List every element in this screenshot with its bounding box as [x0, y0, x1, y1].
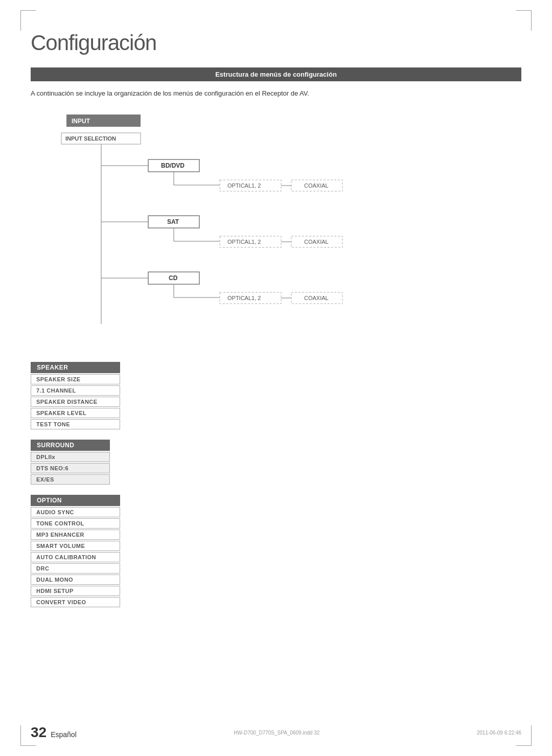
hdmi-setup-item: HDMI SETUP	[31, 586, 120, 596]
corner-right-v	[531, 10, 532, 31]
channel-item: 7.1 CHANNEL	[31, 385, 120, 396]
option-header: OPTION	[31, 495, 120, 506]
tree-svg: INPUT INPUT SELECTION BD/DVD OPTICAL1, 2	[31, 109, 419, 380]
convert-video-item: CONVERT VIDEO	[31, 597, 120, 607]
footer-file: HW-D700_D770S_SPA_0609.indd 32	[234, 730, 319, 736]
page-language: Español	[51, 730, 77, 739]
footer-date: 2011-06-09 6:22:46	[477, 730, 521, 736]
speaker-level-item: SPEAKER LEVEL	[31, 408, 120, 418]
input-selection-label: INPUT SELECTION	[65, 135, 116, 142]
page-number-block: 32 Español	[31, 724, 77, 741]
corner-bottom-left-h	[20, 745, 36, 746]
surround-header: SURROUND	[31, 440, 110, 451]
corner-top-right	[516, 10, 532, 11]
dpliix-item: DPLIIx	[31, 452, 110, 462]
sat-coaxial-label: COAXIAL	[304, 239, 329, 245]
bddvd-label: BD/DVD	[161, 162, 185, 169]
speaker-distance-item: SPEAKER DISTANCE	[31, 397, 120, 407]
corner-top-left	[20, 10, 36, 11]
intro-text: A continuación se incluye la organizació…	[31, 89, 521, 97]
dual-mono-item: DUAL MONO	[31, 575, 120, 585]
bddvd-optical-label: OPTICAL1, 2	[227, 182, 261, 189]
sat-optical-label: OPTICAL1, 2	[227, 239, 261, 245]
page-title: Configuración	[31, 31, 521, 55]
dtsneo6-item: DTS NEO:6	[31, 463, 110, 473]
drc-item: DRC	[31, 563, 120, 574]
bddvd-coaxial-label: COAXIAL	[304, 182, 329, 189]
mp3-enhancer-item: MP3 ENHANCER	[31, 530, 120, 540]
surround-section: SURROUND DPLIIx DTS NEO:6 EX/ES	[31, 440, 521, 485]
tone-control-item: TONE CONTROL	[31, 518, 120, 529]
audio-sync-item: AUDIO SYNC	[31, 507, 120, 517]
input-label: INPUT	[72, 118, 90, 125]
page-footer: 32 Español HW-D700_D770S_SPA_0609.indd 3…	[0, 724, 552, 741]
sat-label: SAT	[167, 218, 179, 225]
exes-item: EX/ES	[31, 474, 110, 485]
page-number: 32	[31, 724, 47, 741]
section-header: Estructura de menús de configuración	[31, 67, 521, 81]
corner-left-v	[20, 10, 21, 31]
page: Configuración Estructura de menús de con…	[0, 0, 552, 756]
cd-label: CD	[169, 274, 178, 282]
corner-bottom-right-h	[516, 745, 532, 746]
cd-coaxial-label: COAXIAL	[304, 295, 329, 301]
cd-optical-label: OPTICAL1, 2	[227, 295, 261, 301]
test-tone-item: TEST TONE	[31, 419, 120, 429]
smart-volume-item: SMART VOLUME	[31, 541, 120, 551]
option-section: OPTION AUDIO SYNC TONE CONTROL MP3 ENHAN…	[31, 495, 521, 607]
auto-calibration-item: AUTO CALIBRATION	[31, 552, 120, 562]
menu-tree-diagram: INPUT INPUT SELECTION BD/DVD OPTICAL1, 2	[31, 109, 521, 382]
